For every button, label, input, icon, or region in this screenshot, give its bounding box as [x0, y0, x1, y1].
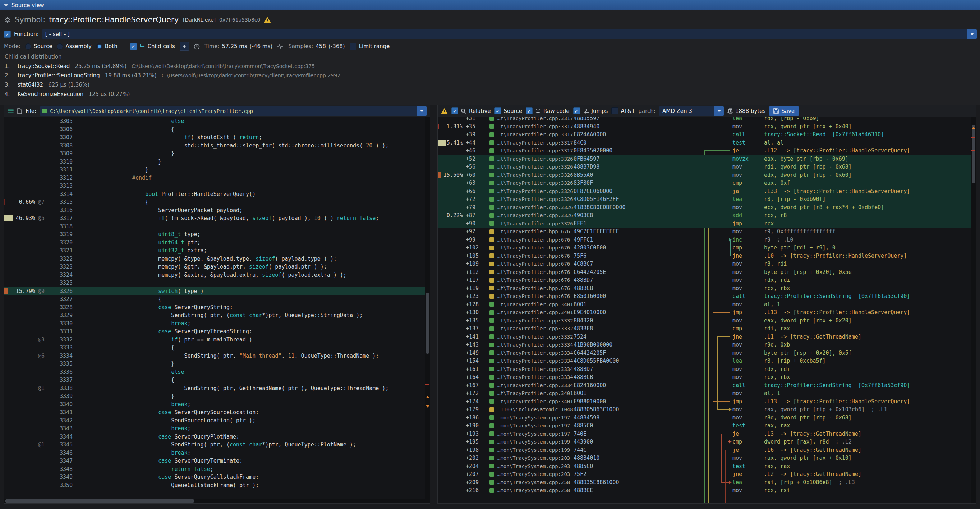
asm-instruction-row[interactable]: +117…t\TracyProfiler.hpp:676488BD7movrdx…	[438, 276, 971, 284]
asm-instruction-row[interactable]: +90…t\TracyProfiler.cpp:3326FFE1jmprcx	[438, 220, 971, 228]
asm-instruction-row[interactable]: +190…mon\TracySystem.cpp:1974885C0testra…	[438, 422, 971, 430]
chevron-down-icon[interactable]	[714, 107, 724, 116]
raw-code-checkbox[interactable]: Raw code	[526, 108, 570, 114]
source-line[interactable]: 3330 break;	[4, 320, 425, 328]
asm-instruction-row[interactable]: +141…t\TracyProfiler.cpp:33327524jne.L1 …	[438, 333, 971, 341]
asm-vertical-scrollbar[interactable]	[971, 117, 976, 503]
asm-instruction-row[interactable]: +56…t\TracyProfiler.cpp:3326488B7D98movr…	[438, 163, 971, 171]
checkbox-icon[interactable]	[350, 43, 356, 50]
checkbox-icon[interactable]	[495, 108, 501, 114]
source-line[interactable]: 3342 SendSourceLocation( ptr );	[4, 417, 425, 425]
asm-instruction-row[interactable]: +39…t\TracyProfiler.cpp:3317E824AA0000ca…	[438, 130, 971, 139]
source-line[interactable]: 3347 case ServerQueryTerminate:	[4, 457, 425, 465]
source-line[interactable]: 3324 memcpy( &extra, &payload.extra, siz…	[4, 271, 425, 279]
asm-instruction-row[interactable]: +119…t\TracyProfiler.hpp:676488BCBmovrcx…	[438, 284, 971, 293]
source-line[interactable]: 3307 if( shouldExit ) return;	[4, 134, 425, 142]
mode-radio-source[interactable]: Source	[25, 43, 52, 49]
asm-instruction-row[interactable]: +66…t\TracyProfiler.cpp:33260F87CE060000…	[438, 187, 971, 196]
source-line[interactable]: 3340 break;	[4, 401, 425, 409]
source-line[interactable]: 3312#endif	[4, 174, 425, 182]
asm-instruction-row[interactable]: +209…mon\TracySystem.cpp:258488D35E88610…	[438, 479, 971, 487]
source-line[interactable]: 3325	[4, 279, 425, 287]
asm-instruction-row[interactable]: +202…mon\TracySystem.cpp:203488B4010movr…	[438, 454, 971, 462]
asm-instruction-row[interactable]: +46…t\TracyProfiler.cpp:33170F8435020000…	[438, 147, 971, 155]
file-combo[interactable]: C:\Users\wolf\Desktop\darkrl\contrib\tra…	[40, 107, 426, 116]
att-syntax-checkbox[interactable]: AT&T	[611, 108, 635, 114]
checkbox-icon[interactable]	[611, 108, 618, 114]
source-line[interactable]: 3321 uint32_t extra;	[4, 247, 425, 255]
source-line[interactable]: 3328 case ServerQueryString:	[4, 304, 425, 312]
source-line[interactable]: 3320 uint64_t ptr;	[4, 239, 425, 247]
asm-instruction-row[interactable]: +109…t\TracyProfiler.hpp:6764C8BC7movr8,…	[438, 260, 971, 268]
source-line[interactable]: 3318	[4, 223, 425, 231]
checkbox-icon[interactable]	[526, 108, 533, 114]
checkbox-icon[interactable]	[573, 108, 580, 114]
checkbox-icon[interactable]	[130, 43, 137, 50]
asm-instruction-row[interactable]: +179…1103\include\atomic:1048488B05B63C1…	[438, 406, 971, 414]
mode-radio-both[interactable]: Both	[96, 43, 118, 49]
source-line[interactable]: 3331 case ServerQueryThreadString:	[4, 328, 425, 336]
source-line[interactable]: 3310 }	[4, 158, 425, 166]
go-to-parent-button[interactable]	[180, 42, 189, 51]
asm-instruction-row[interactable]: +112…t\TracyProfiler.hpp:676C64424205Emo…	[438, 268, 971, 277]
asm-instruction-row[interactable]: +167…t\TracyProfiler.cpp:3334E824160000c…	[438, 382, 971, 390]
warning-icon[interactable]	[264, 16, 271, 23]
source-line[interactable]: 3336 else	[4, 368, 425, 376]
source-line[interactable]: 3350 QueueCallstackFrame( ptr );	[4, 481, 425, 490]
asm-instruction-row[interactable]: +164…t\TracyProfiler.cpp:3334488BCBmovrc…	[438, 373, 971, 382]
asm-instruction-row[interactable]: +216…mon\TracySystem.cpp:258488BCEmovrcx…	[438, 486, 971, 495]
warning-icon[interactable]	[441, 108, 448, 114]
asm-instruction-row[interactable]: +99…t\TracyProfiler.hpp:67649FFC1incr9; …	[438, 236, 971, 244]
asm-instruction-row[interactable]: +79…t\TracyProfiler.cpp:3326418B8C80E0BF…	[438, 204, 971, 212]
asm-instruction-row[interactable]: +195…mon\TracySystem.cpp:199443900cmpdwo…	[438, 438, 971, 446]
source-line[interactable]: 3313	[4, 182, 425, 190]
asm-instruction-row[interactable]: +193…mon\TracySystem.cpp:197740Eje.L3 ->…	[438, 430, 971, 438]
source-line[interactable]: 3311 }	[4, 166, 425, 174]
source-horizontal-scrollbar[interactable]	[4, 499, 425, 503]
source-line[interactable]: 3308 std::this_thread::sleep_for( std::c…	[4, 142, 425, 150]
source-vertical-scrollbar[interactable]	[425, 117, 430, 499]
child-call-entry[interactable]: 1.tracy::Socket::Read25.25 ms (54.89%)C:…	[5, 62, 977, 71]
source-line[interactable]: 46.93%@53317 if( !m_sock->Read( &payload…	[4, 214, 425, 223]
child-calls-checkbox[interactable]: Child calls	[130, 43, 175, 50]
asm-instruction-row[interactable]: +174…t\TracyProfiler.cpp:3401E9B8010000j…	[438, 398, 971, 406]
source-line[interactable]: 3349 case ServerQueryCallstackFrame:	[4, 473, 425, 481]
function-checkbox[interactable]	[4, 31, 11, 38]
mode-radio-assembly[interactable]: Assembly	[57, 43, 91, 49]
source-line[interactable]: 3344 case ServerQueryPlotName:	[4, 433, 425, 441]
asm-instruction-row[interactable]: +149…t\TracyProfiler.cpp:3334C64424205Fm…	[438, 349, 971, 357]
child-call-entry[interactable]: 3.stat64i32625 μs (1.36%)	[5, 80, 977, 89]
radio-icon[interactable]	[57, 43, 63, 49]
asm-instruction-row[interactable]: +137…t\TracyProfiler.cpp:3332483BF8cmprd…	[438, 324, 971, 333]
jumps-checkbox[interactable]: Jumps	[573, 108, 608, 114]
source-line[interactable]: 3316 ServerQueryPacket payload;	[4, 206, 425, 215]
chevron-down-icon[interactable]	[967, 29, 977, 39]
asm-instruction-row[interactable]: +63…t\TracyProfiler.cpp:332683F80Fcmpeax…	[438, 179, 971, 187]
source-line[interactable]: @13345 SendString( ptr, (const char*)ptr…	[4, 441, 425, 449]
asm-instruction-row[interactable]: 1.31%+35…t\TracyProfiler.cpp:3317488B494…	[438, 122, 971, 131]
source-line[interactable]: 3335 }	[4, 360, 425, 368]
source-checkbox[interactable]: Source	[495, 108, 522, 114]
scrollbar-thumb[interactable]	[972, 125, 975, 183]
checkbox-icon[interactable]	[451, 108, 458, 114]
asm-instruction-row[interactable]: +135…t\TracyProfiler.cpp:33328B4320movea…	[438, 317, 971, 325]
asm-instruction-row[interactable]: 0.22%+87…t\TracyProfiler.cpp:33264903C8a…	[438, 212, 971, 220]
source-line[interactable]: @13338 SendString( ptr, GetThreadName( p…	[4, 384, 425, 393]
source-line[interactable]: 3319 uint8_t type;	[4, 231, 425, 239]
asm-instruction-row[interactable]: +31…t\TracyProfiler.cpp:3317488D5597lear…	[438, 117, 971, 122]
asm-instruction-row[interactable]: +143…t\TracyProfiler.cpp:333441B90B00000…	[438, 341, 971, 349]
function-combo[interactable]: [ - self - ]	[42, 29, 977, 39]
asm-instruction-row[interactable]: +123…t\TracyProfiler.hpp:676E850160000ca…	[438, 292, 971, 301]
source-line[interactable]: 3348 return false;	[4, 465, 425, 473]
radio-icon[interactable]	[25, 43, 31, 49]
child-call-entry[interactable]: 4.KeSynchronizeExecution125 μs (0.27%)	[5, 89, 977, 96]
source-line[interactable]: 3341 case ServerQuerySourceLocation:	[4, 408, 425, 417]
source-line[interactable]: 3306 {	[4, 126, 425, 134]
asm-instruction-row[interactable]: +154…t\TracyProfiler.cpp:33344C8D055FBA0…	[438, 357, 971, 365]
asm-instruction-row[interactable]: +186…mon\TracySystem.cpp:197448B4598movr…	[438, 414, 971, 422]
collapse-arrow-icon[interactable]	[4, 4, 8, 7]
source-line[interactable]: 3327 {	[4, 295, 425, 304]
source-line[interactable]: 3323 memcpy( &ptr, &payload.ptr, sizeof(…	[4, 263, 425, 271]
asm-instruction-row[interactable]: 45.41%+44…t\TracyProfiler.cpp:331784C0te…	[438, 139, 971, 147]
source-line[interactable]: 3343 break;	[4, 425, 425, 433]
